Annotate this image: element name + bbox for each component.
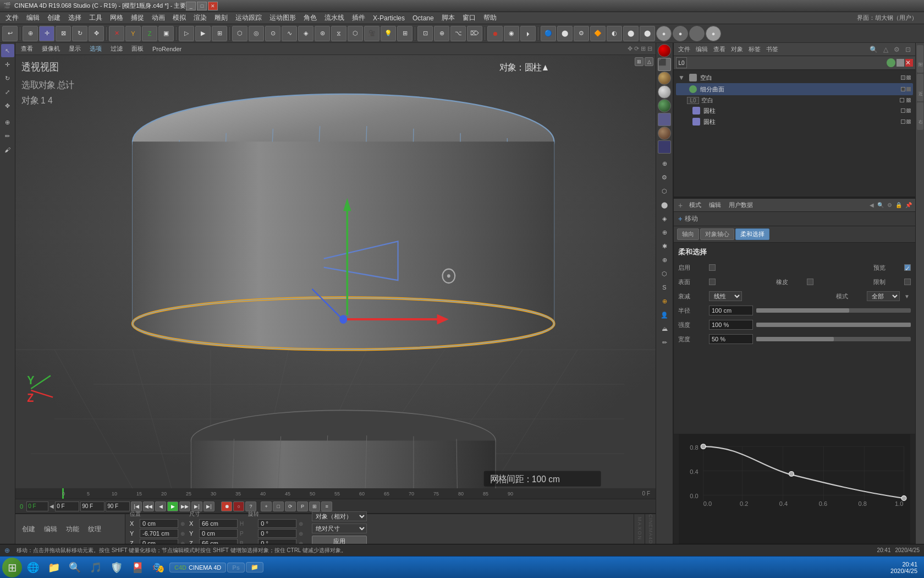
close-button[interactable]: ✕	[208, 2, 218, 10]
transform-tool-button[interactable]: ✥	[89, 26, 104, 41]
y-pos-arrow[interactable]: ⊕	[180, 531, 185, 537]
icon-tool1[interactable]: ⚙	[658, 171, 671, 184]
prop-lock[interactable]: 🔒	[894, 202, 903, 208]
menu-octane[interactable]: Octane	[409, 13, 437, 23]
undo-button[interactable]: ↩	[2, 26, 18, 41]
menu-pipeline[interactable]: 流水线	[321, 12, 348, 24]
playback-button[interactable]: ⏵	[520, 26, 536, 41]
material-checker[interactable]: ⬛	[658, 58, 671, 71]
prev-key-button[interactable]: ◀◀	[143, 501, 154, 511]
rotate-tool-button[interactable]: ↻	[72, 26, 87, 41]
om-object[interactable]: 对象	[729, 45, 745, 53]
menu-render[interactable]: 渲染	[190, 12, 210, 24]
om-bookmark[interactable]: 书签	[764, 45, 780, 53]
material-dark-blue[interactable]	[658, 140, 671, 154]
taskbar-ie[interactable]: 🌐	[23, 558, 43, 577]
display-menu[interactable]: 显示	[67, 44, 83, 53]
material-red[interactable]	[658, 44, 671, 57]
om-settings-icon[interactable]: ⊡	[903, 46, 913, 53]
icon-move[interactable]: ✛	[1, 58, 14, 71]
om-null-dot1[interactable]	[901, 75, 905, 80]
taskbar-search[interactable]: 🔍	[65, 558, 85, 577]
timeline-button[interactable]: ≡	[321, 501, 332, 511]
object-axis-button[interactable]: 对象轴心	[700, 228, 734, 240]
menu-tools[interactable]: 工具	[86, 12, 106, 24]
fcurve-button[interactable]: ⊞	[309, 501, 320, 511]
x-size-input[interactable]	[199, 519, 238, 528]
icon-tool7[interactable]: ⊕	[658, 253, 671, 266]
icon-paint[interactable]: 🖌	[1, 143, 14, 156]
icon-transform2[interactable]: ✥	[1, 99, 14, 112]
effector-button[interactable]: ⧖	[331, 26, 346, 41]
go-start-button[interactable]: |◀	[131, 501, 142, 511]
om-cyl2-dot1[interactable]	[901, 119, 905, 124]
sss-button[interactable]: ●	[656, 26, 672, 41]
spline-button[interactable]: ∿	[282, 26, 297, 41]
strength-slider[interactable]	[756, 323, 911, 327]
menu-edit[interactable]: 编辑	[23, 12, 43, 24]
strength-input[interactable]	[709, 320, 753, 330]
motion-key-button[interactable]: P	[297, 501, 308, 511]
menu-script[interactable]: 脚本	[438, 12, 458, 24]
rubber-checkbox[interactable]	[807, 279, 813, 285]
help-button[interactable]: ?	[245, 501, 256, 511]
prop-userdata[interactable]: 用户数据	[725, 200, 756, 210]
falloff-graph[interactable]: 0.8 0.4 0.0 0.0 0.2 0.4 0.6 0.8 1.0	[674, 434, 915, 544]
far-right-tab-1[interactable]: 附	[917, 45, 923, 73]
om-subdiv-icon[interactable]	[887, 58, 895, 67]
prop-mode[interactable]: 模式	[686, 200, 705, 210]
volume-button[interactable]	[689, 26, 705, 41]
om-up-icon[interactable]: △	[881, 46, 890, 53]
radius-slider[interactable]	[756, 308, 911, 313]
material-silver[interactable]	[658, 85, 671, 99]
menu-plugins[interactable]: 插件	[349, 12, 369, 24]
menu-mesh[interactable]: 网格	[107, 12, 127, 24]
menu-snap[interactable]: 捕捉	[128, 12, 147, 24]
menu-file[interactable]: 文件	[2, 12, 22, 24]
next-key-button[interactable]: ▶|	[191, 501, 202, 511]
menu-window[interactable]: 窗口	[459, 12, 479, 24]
icon-tool5[interactable]: ⊕	[658, 226, 671, 239]
om-l0-dot1[interactable]	[900, 98, 904, 102]
om-item-cyl2[interactable]: 圆柱	[676, 116, 913, 127]
next-frame-button[interactable]: ▶▶	[179, 501, 190, 511]
tab-texture[interactable]: 纹理	[86, 524, 103, 535]
soft-select-button[interactable]: 柔和选择	[735, 228, 769, 240]
prop-settings[interactable]: ⚙	[886, 202, 893, 208]
select-live-button[interactable]: ⊕	[434, 26, 449, 41]
portal-button[interactable]: ●	[706, 26, 721, 41]
size-mode-select[interactable]: 绝对尺寸	[312, 524, 367, 533]
p-rotation-input[interactable]	[258, 529, 296, 538]
om-cyl1-dot1[interactable]	[901, 108, 905, 113]
preview-checkbox[interactable]: ✓	[904, 264, 911, 271]
prev-frame-button[interactable]: ◀	[155, 501, 166, 511]
icon-tool2[interactable]: ⬡	[658, 184, 671, 198]
render-settings-button[interactable]: ⚙	[574, 26, 589, 41]
mode-select[interactable]: 全部	[867, 291, 900, 301]
x-position-input[interactable]	[140, 519, 178, 528]
falloff-select[interactable]: 线性	[709, 291, 742, 301]
material-blue-sq[interactable]	[658, 113, 671, 126]
om-cyl2-dot2[interactable]	[906, 119, 911, 124]
menu-motion-track[interactable]: 运动跟踪	[232, 12, 265, 24]
icon-person[interactable]: 👤	[658, 308, 671, 321]
om-cyl1-dot2[interactable]	[906, 108, 911, 113]
icon-magnet[interactable]: ⊕	[1, 116, 14, 129]
taskbar-app5[interactable]: 🎴	[128, 558, 147, 577]
cube-button[interactable]: ⬡	[232, 26, 248, 41]
menu-create[interactable]: 创建	[44, 12, 64, 24]
taskbar-app6[interactable]: 🎭	[148, 558, 168, 577]
icon-tag[interactable]: S	[658, 281, 671, 294]
om-file[interactable]: 文件	[676, 45, 692, 53]
om-search-icon[interactable]: 🔍	[867, 46, 880, 53]
cylinder-button[interactable]: ⊙	[265, 26, 280, 41]
taskbar-security[interactable]: 🛡️	[107, 558, 127, 577]
sweep-button[interactable]: ◈	[298, 26, 314, 41]
prop-pin[interactable]: 📌	[904, 202, 913, 208]
panel-menu[interactable]: 面板	[129, 44, 146, 53]
om-subdiv-dot2[interactable]	[906, 87, 911, 91]
icon-tool4[interactable]: ◈	[658, 212, 671, 225]
om-edit[interactable]: 编辑	[694, 45, 710, 53]
del-key-button[interactable]: □	[273, 501, 284, 511]
select-rect-button[interactable]: ⊡	[417, 26, 433, 41]
